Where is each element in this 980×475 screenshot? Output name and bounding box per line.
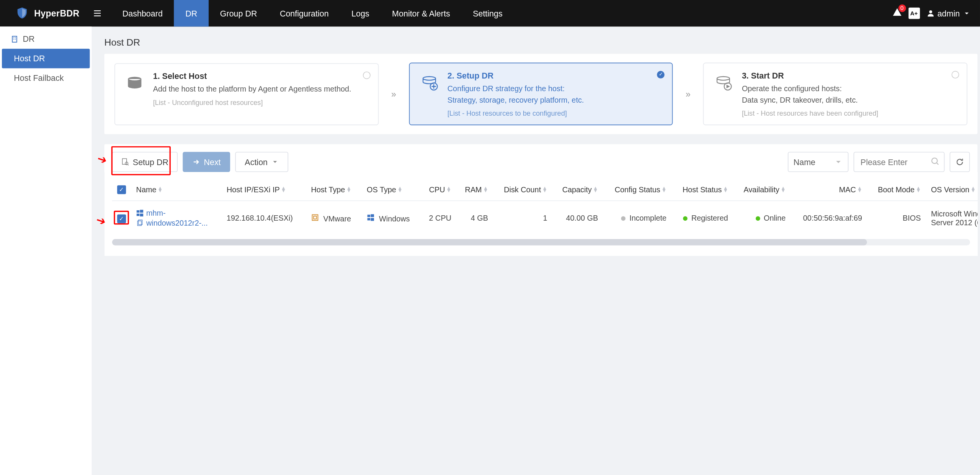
col-ram[interactable]: RAM▲▼ (456, 179, 493, 201)
brand-text: HyperBDR (34, 8, 79, 18)
host-icon (124, 72, 145, 94)
windows-icon (136, 210, 144, 217)
cell-ram: 4 GB (456, 201, 493, 235)
menu-toggle-icon[interactable] (88, 8, 106, 18)
doc-search-icon (121, 158, 129, 166)
user-icon (926, 9, 935, 18)
svg-rect-13 (312, 215, 317, 220)
filter-field-select[interactable]: Name (788, 152, 849, 172)
svg-rect-9 (136, 214, 139, 216)
step-status-icon (363, 71, 370, 79)
step-status-done-icon (657, 71, 665, 79)
step-setup-dr[interactable]: 2. Setup DR Configure DR strategy for th… (409, 63, 673, 126)
col-boot-mode[interactable]: Boot Mode▲▼ (867, 179, 926, 201)
scrollbar-thumb[interactable] (112, 239, 867, 246)
col-name[interactable]: Name▲▼ (131, 179, 221, 201)
cell-host-status: Registered (671, 201, 733, 235)
table-header-row: Name▲▼ Host IP/ESXi IP▲▼ Host Type▲▼ OS … (112, 179, 977, 201)
brand-logo: HyperBDR (0, 7, 88, 20)
setup-dr-button[interactable]: Setup DR (112, 152, 178, 172)
nav-dr[interactable]: DR (174, 0, 209, 26)
nav-configuration[interactable]: Configuration (268, 0, 340, 26)
nav-dashboard[interactable]: Dashboard (111, 0, 174, 26)
sidebar: DR Host DR Host Failback (0, 26, 91, 475)
nav-links: Dashboard DR Group DR Configuration Logs… (111, 0, 514, 26)
step-title: 3. Start DR (742, 71, 878, 80)
nav-logs[interactable]: Logs (340, 0, 381, 26)
col-cpu[interactable]: CPU▲▼ (420, 179, 456, 201)
step-desc: Operate the configured hosts: Data sync,… (742, 83, 878, 105)
svg-rect-15 (367, 215, 370, 217)
toolbar: Setup DR Next Action Name (105, 144, 978, 172)
language-switch[interactable]: A+ (908, 8, 920, 19)
cell-availability: Online (733, 201, 791, 235)
col-host-type[interactable]: Host Type▲▼ (306, 179, 362, 201)
cell-disk-count: 1 (493, 201, 552, 235)
svg-rect-4 (122, 159, 127, 164)
select-all-checkbox[interactable] (117, 185, 126, 194)
step-list-link[interactable]: [List - Host resources to be configured] (448, 110, 584, 117)
arrow-right-icon (193, 158, 200, 166)
col-availability[interactable]: Availability▲▼ (733, 179, 791, 201)
host-name-cell: mhm- windows2012r2-... (136, 209, 216, 228)
col-os-version[interactable]: OS Version▲▼ (926, 179, 977, 201)
cell-os-type: Windows (361, 201, 420, 235)
nav-settings[interactable]: Settings (461, 0, 514, 26)
sidebar-item-host-failback[interactable]: Host Failback (0, 68, 91, 88)
svg-rect-8 (140, 210, 143, 213)
hosts-table: Name▲▼ Host IP/ESXi IP▲▼ Host Type▲▼ OS … (112, 179, 977, 236)
action-button[interactable]: Action (235, 152, 289, 172)
user-menu[interactable]: admin (926, 8, 971, 18)
nav-group-dr[interactable]: Group DR (209, 0, 268, 26)
svg-rect-17 (367, 218, 370, 220)
main: Host DR 1. Select Host Add the host to t… (91, 26, 980, 475)
col-config-status[interactable]: Config Status▲▼ (603, 179, 671, 201)
page-title: Host DR (105, 26, 980, 54)
step-list-link[interactable]: [List - Host resources have been configu… (742, 110, 878, 117)
step-title: 2. Setup DR (448, 71, 584, 80)
sidebar-item-host-dr[interactable]: Host DR (2, 49, 90, 68)
reload-button[interactable] (950, 152, 970, 172)
step-start-dr[interactable]: 3. Start DR Operate the configured hosts… (703, 63, 967, 126)
cell-os-version: Microsoft Windows Server 2012 (64 (926, 201, 977, 235)
step-list-link[interactable]: [List - Unconfigured host resources] (153, 98, 351, 106)
svg-rect-12 (138, 220, 142, 224)
table-row[interactable]: mhm- windows2012r2-... 192.168.10.4(ESXi… (112, 201, 977, 235)
cell-boot-mode: BIOS (867, 201, 926, 235)
cell-cpu: 2 CPU (420, 201, 456, 235)
search-wrap (854, 152, 945, 172)
col-os-type[interactable]: OS Type▲▼ (361, 179, 420, 201)
table-wrap: Name▲▼ Host IP/ESXi IP▲▼ Host Type▲▼ OS … (105, 172, 978, 256)
horizontal-scrollbar[interactable] (112, 239, 970, 246)
step-select-host[interactable]: 1. Select Host Add the host to the platf… (114, 63, 379, 125)
svg-rect-1 (12, 36, 17, 42)
col-mac[interactable]: MAC▲▼ (791, 179, 867, 201)
step-status-icon (952, 71, 959, 79)
cell-capacity: 40.00 GB (552, 201, 603, 235)
step-arrow-icon: » (682, 89, 694, 99)
step-title: 1. Select Host (153, 71, 351, 81)
status-dot-gray-icon (621, 216, 626, 221)
windows-icon (367, 213, 374, 221)
row-checkbox[interactable] (117, 214, 126, 223)
host-name-link-2[interactable]: windows2012r2-... (136, 219, 207, 228)
next-button[interactable]: Next (183, 152, 230, 172)
col-disk-count[interactable]: Disk Count▲▼ (493, 179, 552, 201)
nav-monitor-alerts[interactable]: Monitor & Alerts (381, 0, 461, 26)
setup-icon (418, 72, 440, 93)
sidebar-title: DR (0, 26, 91, 49)
chevron-down-icon (962, 9, 971, 18)
alerts-count: 0 (898, 5, 906, 12)
host-name-link[interactable]: mhm- (136, 209, 207, 218)
alerts-icon[interactable]: 0 (892, 7, 902, 20)
nav-right: 0 A+ admin (892, 0, 971, 26)
step-arrow-icon: » (387, 89, 400, 99)
svg-rect-7 (136, 210, 139, 213)
vmware-icon (311, 213, 318, 221)
col-capacity[interactable]: Capacity▲▼ (552, 179, 603, 201)
col-host-status[interactable]: Host Status▲▼ (671, 179, 733, 201)
status-dot-green-icon (683, 216, 688, 221)
cell-mac: 00:50:56:9a:af:69 (791, 201, 867, 235)
svg-point-6 (932, 158, 937, 163)
col-ip[interactable]: Host IP/ESXi IP▲▼ (221, 179, 306, 201)
